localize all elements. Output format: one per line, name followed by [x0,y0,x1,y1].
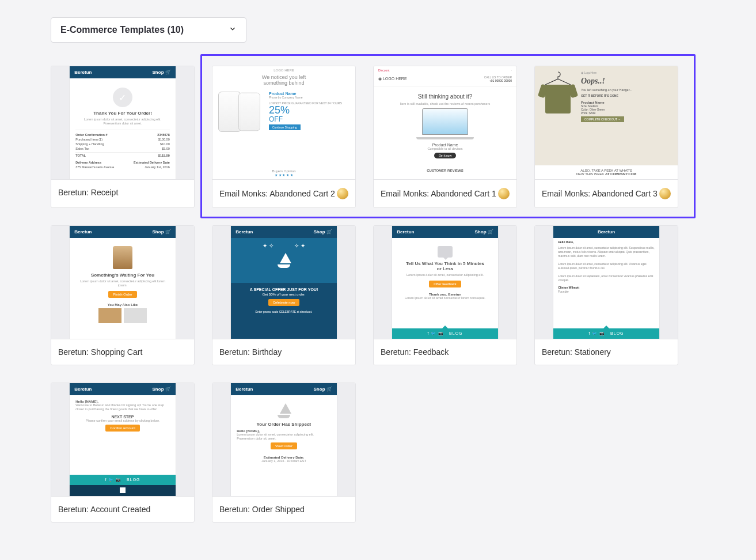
template-title: Beretun: Feedback [381,347,449,357]
template-title: Email Monks: Abandoned Cart 1 [381,189,496,198]
template-title: Beretun: Stationery [542,347,611,357]
template-thumb: Beretun Hello there, Lorem ipsum dolor s… [535,226,678,339]
template-card-stationery[interactable]: Beretun Hello there, Lorem ipsum dolor s… [534,225,678,365]
template-grid: BeretunShop 🛒 ✓ Thank You For Your Order… [51,66,705,523]
template-card-receipt[interactable]: BeretunShop 🛒 ✓ Thank You For Your Order… [51,66,195,208]
author-badge-icon [659,188,671,199]
template-card-monks-3[interactable]: ◉ LogoHere Oops..! You left something on… [534,66,678,208]
template-card-shopping-cart[interactable]: BeretunShop 🛒 Something's Waiting For Yo… [51,225,195,365]
template-thumb: BeretunShop 🛒 ✦ ✧ ✧ ✦ A SPECIAL OFFER JU… [212,226,355,339]
template-thumb: ◉ LogoHere Oops..! You left something on… [535,66,678,179]
template-thumb: Discount· ◉ LOGO HERE CALL US TO ORDER+0… [374,66,516,179]
category-dropdown[interactable]: E-Commerce Templates (10) [51,17,246,43]
template-card-monks-1[interactable]: Discount· ◉ LOGO HERE CALL US TO ORDER+0… [373,66,517,208]
template-title: Beretun: Birthday [219,347,282,357]
template-thumb: LOGO HERE We noticed you left something … [212,66,355,179]
template-thumb: BeretunShop 🛒 Tell Us What You Think in … [374,226,516,339]
template-title: Email Monks: Abandoned Cart 3 [542,189,658,198]
template-thumb: BeretunShop 🛒 Your Order Has Shipped! He… [212,383,355,496]
template-thumb: BeretunShop 🛒 Hello [NAME], Welcome to B… [51,383,194,496]
template-title: Beretun: Account Created [58,505,150,514]
template-title: Email Monks: Abandoned Cart 2 [219,189,335,198]
template-card-order-shipped[interactable]: BeretunShop 🛒 Your Order Has Shipped! He… [212,383,356,523]
template-card-account-created[interactable]: BeretunShop 🛒 Hello [NAME], Welcome to B… [51,383,195,523]
template-card-birthday[interactable]: BeretunShop 🛒 ✦ ✧ ✧ ✦ A SPECIAL OFFER JU… [212,225,356,365]
author-badge-icon [498,188,510,199]
template-card-monks-2[interactable]: LOGO HERE We noticed you left something … [212,66,356,208]
template-thumb: BeretunShop 🛒 Something's Waiting For Yo… [51,226,194,339]
chevron-down-icon [229,25,237,35]
template-card-feedback[interactable]: BeretunShop 🛒 Tell Us What You Think in … [373,225,517,365]
template-title: Beretun: Shopping Cart [58,347,142,357]
dropdown-label: E-Commerce Templates (10) [60,25,184,35]
template-thumb: BeretunShop 🛒 ✓ Thank You For Your Order… [51,66,194,179]
template-title: Beretun: Receipt [58,188,118,197]
author-badge-icon [337,188,348,199]
template-title: Beretun: Order Shipped [219,505,305,514]
